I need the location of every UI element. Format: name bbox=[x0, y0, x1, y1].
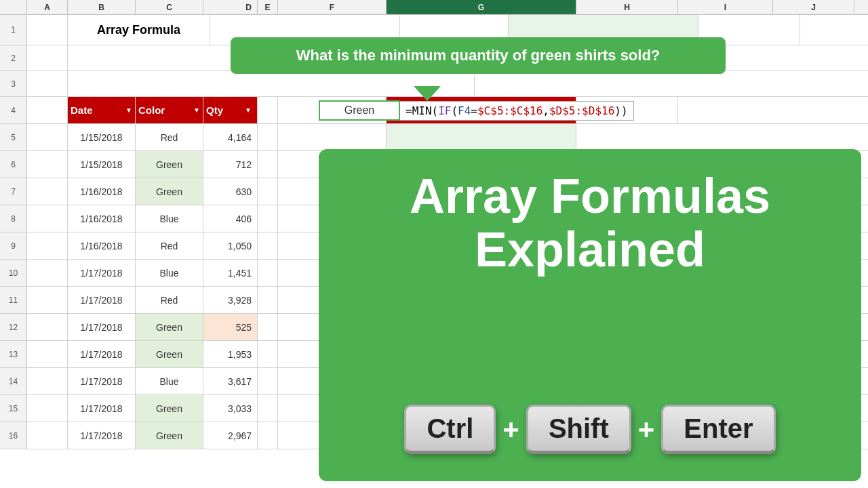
cell-a7 bbox=[27, 178, 68, 205]
color-header-label: Color bbox=[138, 104, 165, 116]
cell-c13[interactable]: Green bbox=[136, 341, 203, 367]
callout-arrow bbox=[414, 86, 441, 101]
color-dropdown-icon[interactable]: ▼ bbox=[193, 106, 200, 114]
cell-d7[interactable]: 630 bbox=[203, 178, 258, 205]
cell-e12 bbox=[258, 314, 278, 340]
cell-e10 bbox=[258, 260, 278, 286]
cell-d9[interactable]: 1,050 bbox=[203, 232, 258, 259]
cell-b4-date[interactable]: Date ▼ bbox=[68, 97, 136, 123]
cell-e6 bbox=[258, 151, 278, 178]
shift-key[interactable]: Shift bbox=[526, 405, 631, 454]
cell-d5[interactable]: 4,164 bbox=[203, 124, 258, 150]
cell-d13[interactable]: 1,953 bbox=[203, 341, 258, 367]
cell-b10[interactable]: 1/17/2018 bbox=[68, 260, 136, 286]
cell-d16[interactable]: 2,967 bbox=[203, 422, 258, 449]
cell-e8 bbox=[258, 205, 278, 232]
cell-d8[interactable]: 406 bbox=[203, 205, 258, 232]
cell-a6 bbox=[27, 151, 68, 178]
cell-b8[interactable]: 1/16/2018 bbox=[68, 205, 136, 232]
cell-a3 bbox=[27, 71, 68, 96]
col-header-h[interactable]: H bbox=[576, 0, 678, 14]
cell-e16 bbox=[258, 422, 278, 449]
cell-c4-color[interactable]: Color ▼ bbox=[136, 97, 203, 123]
cell-b11[interactable]: 1/17/2018 bbox=[68, 287, 136, 313]
cell-c14[interactable]: Blue bbox=[136, 368, 203, 394]
col-header-g[interactable]: G bbox=[387, 0, 576, 14]
cell-d4-qty[interactable]: Qty ▼ bbox=[203, 97, 258, 123]
cell-b14[interactable]: 1/17/2018 bbox=[68, 368, 136, 394]
row-num-15: 15 bbox=[0, 395, 27, 422]
cell-d10[interactable]: 1,451 bbox=[203, 260, 258, 286]
cell-d11[interactable]: 3,928 bbox=[203, 287, 258, 313]
cell-c9[interactable]: Red bbox=[136, 232, 203, 259]
cell-a2 bbox=[27, 45, 68, 70]
cell-d6[interactable]: 712 bbox=[203, 151, 258, 178]
row-num-11: 11 bbox=[0, 287, 27, 313]
cell-b1[interactable]: Array Formula bbox=[68, 15, 210, 45]
cell-b5[interactable]: 1/15/2018 bbox=[68, 124, 136, 150]
cell-a1[interactable] bbox=[27, 15, 68, 45]
row-num-9: 9 bbox=[0, 232, 27, 259]
cell-c7[interactable]: Green bbox=[136, 178, 203, 205]
col-header-j[interactable]: J bbox=[773, 0, 854, 14]
row-num-14: 14 bbox=[0, 368, 27, 394]
col-header-f[interactable]: F bbox=[278, 0, 387, 14]
row-num-4: 4 bbox=[0, 97, 27, 123]
cell-c8[interactable]: Blue bbox=[136, 205, 203, 232]
cell-b9[interactable]: 1/16/2018 bbox=[68, 232, 136, 259]
cell-a9 bbox=[27, 232, 68, 259]
col-header-d[interactable]: D bbox=[203, 0, 258, 14]
col-header-a[interactable]: A bbox=[27, 0, 68, 14]
cell-b6[interactable]: 1/15/2018 bbox=[68, 151, 136, 178]
row-num-7: 7 bbox=[0, 178, 27, 205]
keys-row: Ctrl + Shift + Enter bbox=[404, 405, 775, 454]
ctrl-key[interactable]: Ctrl bbox=[404, 405, 496, 454]
cell-b12[interactable]: 1/17/2018 bbox=[68, 314, 136, 340]
col-header-i[interactable]: I bbox=[678, 0, 773, 14]
cell-d14[interactable]: 3,617 bbox=[203, 368, 258, 394]
formula-bar[interactable]: =MIN(IF(F4=$C$5:$C$16,$D$5:$D$16)) bbox=[400, 101, 634, 121]
formula-if: IF bbox=[438, 104, 451, 117]
cell-e15 bbox=[258, 395, 278, 422]
row-num-13: 13 bbox=[0, 341, 27, 367]
cell-c15[interactable]: Green bbox=[136, 395, 203, 422]
plus-2: + bbox=[638, 413, 655, 446]
row-num-3: 3 bbox=[0, 71, 27, 96]
formula-f4: F4 bbox=[458, 104, 471, 117]
cell-b13[interactable]: 1/17/2018 bbox=[68, 341, 136, 367]
row-5: 5 1/15/2018 Red 4,164 bbox=[0, 124, 868, 151]
row-num-2: 2 bbox=[0, 45, 27, 70]
cell-b16[interactable]: 1/17/2018 bbox=[68, 422, 136, 449]
formula-d-range: $D$5:$D$16 bbox=[549, 104, 614, 117]
formula-input-cell[interactable]: Green bbox=[319, 100, 400, 121]
cell-a12 bbox=[27, 314, 68, 340]
cell-d15[interactable]: 3,033 bbox=[203, 395, 258, 422]
cell-c11[interactable]: Red bbox=[136, 287, 203, 313]
cell-c10[interactable]: Blue bbox=[136, 260, 203, 286]
cell-e9 bbox=[258, 232, 278, 259]
qty-header-label: Qty bbox=[206, 104, 223, 116]
cell-f5 bbox=[278, 124, 387, 150]
callout-text: What is the minimum quantity of green sh… bbox=[296, 47, 660, 64]
enter-key[interactable]: Enter bbox=[661, 405, 775, 454]
cell-b15[interactable]: 1/17/2018 bbox=[68, 395, 136, 422]
spreadsheet: A B C D E F G H I J 1 Array Formula 2 bbox=[0, 0, 868, 488]
cell-a13 bbox=[27, 341, 68, 367]
cell-c16[interactable]: Green bbox=[136, 422, 203, 449]
formula-c-range: $C$5:$C$16 bbox=[477, 104, 542, 117]
cell-c6[interactable]: Green bbox=[136, 151, 203, 178]
col-header-e[interactable]: E bbox=[258, 0, 278, 14]
date-dropdown-icon[interactable]: ▼ bbox=[125, 106, 132, 114]
cell-c5[interactable]: Red bbox=[136, 124, 203, 150]
cell-c12[interactable]: Green bbox=[136, 314, 203, 340]
panel-title: Array Formulas Explained bbox=[410, 169, 770, 277]
green-panel: Array Formulas Explained Ctrl + Shift + … bbox=[319, 149, 861, 481]
cell-d12[interactable]: 525 bbox=[203, 314, 258, 340]
col-header-c[interactable]: C bbox=[136, 0, 203, 14]
row-num-6: 6 bbox=[0, 151, 27, 178]
formula-min: =MIN( bbox=[406, 104, 438, 117]
col-header-b[interactable]: B bbox=[68, 0, 136, 14]
callout-box: What is the minimum quantity of green sh… bbox=[231, 37, 726, 74]
qty-dropdown-icon[interactable]: ▼ bbox=[245, 106, 252, 114]
cell-b7[interactable]: 1/16/2018 bbox=[68, 178, 136, 205]
